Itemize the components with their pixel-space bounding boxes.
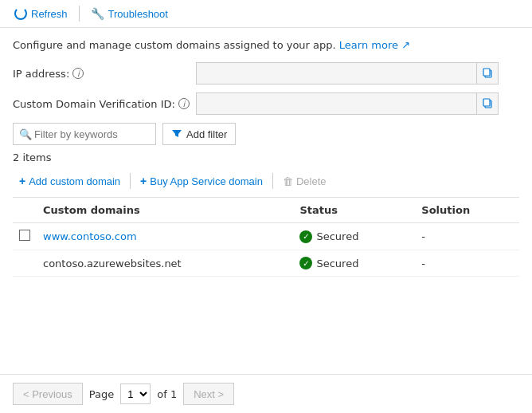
buy-app-service-domain-button[interactable]: + Buy App Service domain (134, 171, 269, 191)
row2-checkbox-cell (13, 250, 37, 277)
row1-solution-cell: - (415, 223, 519, 250)
toolbar: Refresh 🔧 Troubleshoot (0, 0, 532, 28)
pagination-footer: < Previous Page 1 of 1 Next > (0, 374, 532, 413)
copy-icon (483, 68, 494, 79)
ip-address-label: IP address: i (13, 68, 196, 80)
domains-table: Custom domains Status Solution www.conto… (13, 198, 519, 277)
col-status: Status (293, 198, 415, 223)
next-button[interactable]: Next > (183, 383, 234, 405)
action-separator-2 (272, 173, 273, 189)
filter-bar: 🔍 Add filter (13, 123, 519, 145)
refresh-label: Refresh (31, 8, 68, 20)
plus-icon: + (19, 175, 25, 187)
ip-address-copy-button[interactable] (476, 62, 499, 85)
funnel-icon (171, 128, 182, 140)
add-custom-domain-button[interactable]: + Add custom domain (13, 171, 127, 191)
copy-icon (483, 98, 494, 109)
search-icon: 🔍 (19, 128, 32, 140)
wrench-icon: 🔧 (91, 7, 104, 20)
col-solution: Solution (415, 198, 519, 223)
cdv-input[interactable] (196, 92, 499, 115)
delete-button[interactable]: 🗑 Delete (276, 172, 333, 191)
description-text: Configure and manage custom domains assi… (13, 39, 336, 51)
troubleshoot-label: Troubleshoot (108, 8, 168, 20)
filter-input[interactable] (13, 123, 156, 145)
of-label: of 1 (157, 388, 177, 400)
filter-input-wrap: 🔍 (13, 123, 156, 145)
ip-address-row: IP address: i (13, 62, 519, 85)
row2-status-cell: ✓ Secured (293, 250, 415, 277)
learn-more-link[interactable]: Learn more ↗ (339, 39, 410, 51)
action-separator-1 (130, 173, 131, 189)
toolbar-separator (79, 6, 80, 22)
row2-domain-cell: contoso.azurewebsites.net (37, 250, 293, 277)
cdv-info-icon[interactable]: i (178, 98, 190, 109)
ip-address-input-wrap (196, 62, 499, 85)
table-row: www.contoso.com ✓ Secured - (13, 223, 519, 250)
cdv-input-wrap (196, 92, 499, 115)
action-bar: + Add custom domain + Buy App Service do… (13, 171, 519, 198)
svg-rect-1 (483, 69, 490, 76)
row1-checkbox-cell (13, 223, 37, 250)
row1-status-cell: ✓ Secured (293, 223, 415, 250)
description: Configure and manage custom domains assi… (13, 39, 519, 51)
cdv-row: Custom Domain Verification ID: i (13, 92, 519, 115)
row2-status: Secured (316, 258, 358, 269)
delete-label: Delete (296, 175, 327, 187)
secured-icon: ✓ (299, 230, 312, 243)
svg-rect-3 (483, 99, 490, 106)
col-checkbox (13, 198, 37, 223)
refresh-button[interactable]: Refresh (10, 5, 72, 22)
cdv-copy-button[interactable] (476, 92, 499, 115)
add-filter-label: Add filter (186, 128, 227, 140)
buy-app-service-domain-label: Buy App Service domain (150, 175, 263, 187)
previous-button[interactable]: < Previous (13, 383, 83, 405)
row1-checkbox[interactable] (19, 230, 30, 241)
page-select[interactable]: 1 (120, 384, 151, 404)
row1-status: Secured (316, 230, 358, 242)
add-custom-domain-label: Add custom domain (29, 175, 120, 187)
cdv-label: Custom Domain Verification ID: i (13, 98, 196, 110)
row1-domain-cell: www.contoso.com (37, 223, 293, 250)
add-filter-button[interactable]: Add filter (162, 123, 236, 145)
col-custom-domains: Custom domains (37, 198, 293, 223)
table-header-row: Custom domains Status Solution (13, 198, 519, 223)
row2-domain: contoso.azurewebsites.net (43, 258, 182, 269)
refresh-icon (14, 7, 27, 20)
plus-icon-2: + (140, 175, 147, 187)
troubleshoot-button[interactable]: 🔧 Troubleshoot (86, 5, 173, 22)
row2-solution-cell: - (415, 250, 519, 277)
table-row: contoso.azurewebsites.net ✓ Secured - (13, 250, 519, 277)
ip-address-input[interactable] (196, 62, 499, 85)
main-content: Configure and manage custom domains assi… (0, 28, 532, 277)
delete-icon: 🗑 (283, 175, 293, 187)
secured-icon-2: ✓ (299, 257, 312, 269)
ip-address-info-icon[interactable]: i (72, 68, 84, 79)
items-count: 2 items (13, 151, 519, 163)
row1-domain-link[interactable]: www.contoso.com (43, 230, 137, 242)
page-label: Page (89, 388, 114, 400)
